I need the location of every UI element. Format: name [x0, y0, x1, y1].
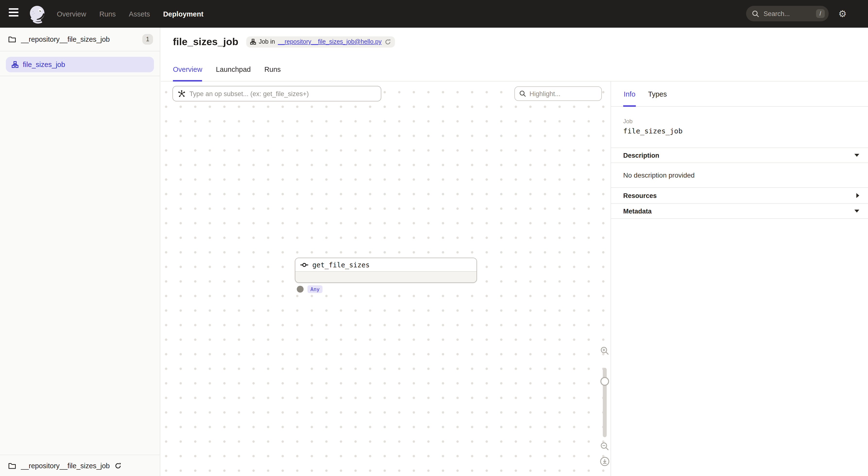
- caret-down-icon: [855, 154, 859, 157]
- panel-tab-types[interactable]: Types: [648, 81, 667, 106]
- panel-sections: Description No description provided Reso…: [611, 147, 868, 219]
- search-shortcut-key: /: [816, 9, 825, 18]
- search-icon: [752, 10, 759, 17]
- footer-repo-name: __repository__file_sizes_job: [21, 462, 110, 470]
- op-node-name: get_file_sizes: [312, 261, 370, 269]
- job-icon: [12, 61, 19, 68]
- folder-icon: [8, 36, 16, 43]
- tab-overview[interactable]: Overview: [173, 66, 202, 81]
- description-body: No description provided: [611, 163, 868, 188]
- app-window: Overview Runs Assets Deployment Search..…: [0, 0, 868, 476]
- top-nav: Overview Runs Assets Deployment Search..…: [0, 0, 868, 28]
- page-tabs: Overview Launchpad Runs: [173, 66, 281, 81]
- job-icon: [250, 39, 256, 45]
- job-kind-label: Job: [623, 118, 868, 125]
- op-node-header: get_file_sizes: [295, 258, 476, 272]
- op-selector-icon: [178, 90, 186, 98]
- nav-item-assets[interactable]: Assets: [129, 10, 150, 18]
- caret-right-icon: [856, 193, 859, 198]
- section-title: Metadata: [623, 207, 652, 215]
- op-graph-canvas[interactable]: Type an op subset... (ex: get_file_sizes…: [161, 81, 611, 476]
- sidebar-job-list: file_sizes_job: [0, 52, 160, 76]
- section-title: Resources: [623, 192, 657, 199]
- reload-icon[interactable]: [384, 39, 391, 45]
- section-description[interactable]: Description: [611, 147, 868, 163]
- gear-icon[interactable]: [838, 8, 849, 19]
- job-context-tag: Job in __repository__file_sizes_job@hell…: [246, 36, 395, 47]
- nav-item-overview[interactable]: Overview: [57, 10, 86, 18]
- zoom-in-icon[interactable]: [600, 346, 610, 356]
- caret-down-icon: [855, 210, 859, 212]
- dagster-logo-icon[interactable]: [27, 4, 47, 24]
- section-resources[interactable]: Resources: [611, 188, 868, 204]
- page-title: file_sizes_job: [173, 36, 238, 47]
- highlight-placeholder: Highlight...: [529, 90, 561, 97]
- panel-tab-info[interactable]: Info: [623, 81, 636, 106]
- search-placeholder: Search...: [764, 10, 816, 17]
- panel-tabs: Info Types: [611, 81, 868, 107]
- op-subset-input[interactable]: Type an op subset... (ex: get_file_sizes…: [173, 86, 381, 101]
- op-icon: [300, 262, 308, 268]
- output-type-tag[interactable]: Any: [307, 285, 322, 293]
- highlight-search-icon: [519, 90, 526, 97]
- highlight-input[interactable]: Highlight...: [515, 87, 602, 101]
- op-node-get-file-sizes[interactable]: get_file_sizes: [295, 258, 477, 283]
- folder-icon: [8, 462, 16, 469]
- context-tag-prefix: Job in: [259, 38, 275, 45]
- nav-item-runs[interactable]: Runs: [99, 10, 116, 18]
- section-metadata[interactable]: Metadata: [611, 204, 868, 219]
- job-name: file_sizes_job: [623, 127, 868, 135]
- op-subset-placeholder: Type an op subset... (ex: get_file_sizes…: [189, 90, 309, 97]
- sidebar: __repository__file_sizes_job 1 file_size…: [0, 28, 160, 476]
- page-header: file_sizes_job Job in __repository__file…: [161, 28, 868, 81]
- search-input[interactable]: Search... /: [746, 6, 829, 21]
- nav-item-deployment[interactable]: Deployment: [163, 10, 204, 18]
- section-title: Description: [623, 151, 659, 159]
- tab-runs[interactable]: Runs: [264, 66, 281, 81]
- primary-nav: Overview Runs Assets Deployment: [57, 0, 204, 28]
- menu-icon[interactable]: [9, 8, 20, 19]
- title-row: file_sizes_job Job in __repository__file…: [173, 36, 395, 47]
- job-count-badge: 1: [142, 34, 153, 45]
- zoom-slider-handle[interactable]: [600, 377, 609, 386]
- zoom-out-icon[interactable]: [600, 442, 610, 451]
- info-panel: Info Types Job file_sizes_job Descriptio…: [611, 81, 868, 476]
- repo-group-name: __repository__file_sizes_job: [21, 35, 142, 43]
- zoom-controls: [596, 346, 611, 472]
- repo-link[interactable]: __repository__file_sizes_job@hello.py: [278, 38, 381, 45]
- sidebar-item-label: file_sizes_job: [23, 61, 65, 68]
- op-output-port: [297, 286, 304, 293]
- sidebar-footer-repo: __repository__file_sizes_job: [0, 455, 160, 476]
- download-graph-icon[interactable]: [600, 456, 610, 466]
- sidebar-item-file-sizes-job[interactable]: file_sizes_job: [6, 57, 154, 72]
- tab-launchpad[interactable]: Launchpad: [216, 66, 251, 81]
- sidebar-repo-group[interactable]: __repository__file_sizes_job 1: [0, 28, 160, 52]
- reload-repo-icon[interactable]: [115, 462, 121, 469]
